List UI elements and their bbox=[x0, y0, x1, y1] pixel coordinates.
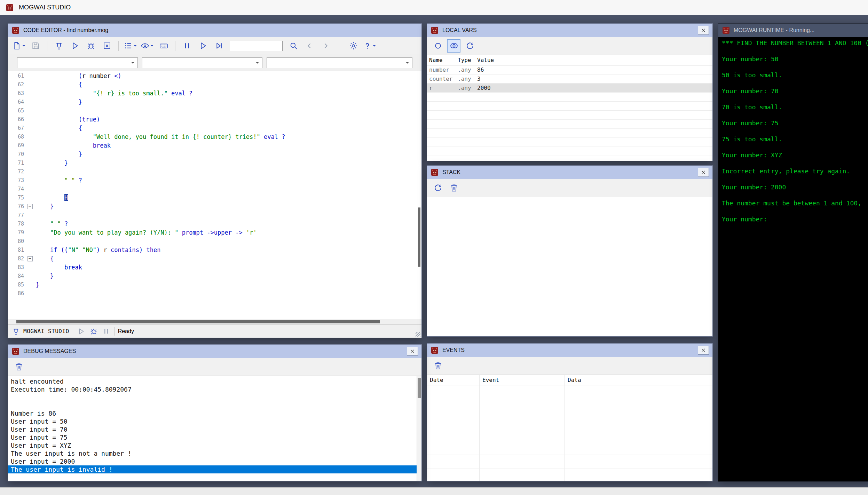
table-row[interactable] bbox=[427, 455, 712, 469]
debug-body[interactable]: halt encountedExecution time: 00:00:45.8… bbox=[8, 376, 421, 481]
code-line[interactable]: 76− } bbox=[8, 202, 421, 211]
code-line[interactable]: 70 } bbox=[8, 150, 421, 159]
table-row[interactable] bbox=[427, 156, 712, 161]
search-input[interactable] bbox=[230, 41, 283, 51]
code-line[interactable]: 65 bbox=[8, 107, 421, 115]
debug-message-line[interactable]: User input = 50 bbox=[11, 417, 421, 425]
code-line[interactable]: 77 bbox=[8, 211, 421, 220]
debug-titlebar[interactable]: DEBUG MESSAGES bbox=[8, 345, 421, 358]
table-row[interactable] bbox=[427, 385, 712, 399]
run-button[interactable] bbox=[77, 327, 86, 336]
code-line[interactable]: 69 break bbox=[8, 141, 421, 150]
combo-scope-1[interactable] bbox=[17, 57, 138, 68]
table-row[interactable] bbox=[427, 120, 712, 129]
local-vars-titlebar[interactable]: LOCAL VARS bbox=[427, 24, 712, 37]
code-line[interactable]: 64 } bbox=[8, 98, 421, 107]
code-line[interactable]: 82− { bbox=[8, 254, 421, 263]
column-header-data[interactable]: Data bbox=[565, 375, 712, 385]
code-line[interactable]: 66 (true) bbox=[8, 115, 421, 124]
debug-scrollbar[interactable] bbox=[417, 376, 421, 481]
close-button[interactable] bbox=[407, 347, 418, 356]
debug-bug-button[interactable] bbox=[84, 39, 97, 53]
watch-eye-button[interactable] bbox=[140, 39, 154, 53]
table-row[interactable] bbox=[427, 427, 712, 441]
code-line[interactable]: 85} bbox=[8, 281, 421, 289]
stop-button[interactable] bbox=[100, 39, 113, 53]
refresh-button[interactable] bbox=[431, 181, 444, 195]
combo-scope-2[interactable] bbox=[142, 57, 263, 68]
trash-button[interactable] bbox=[12, 360, 25, 374]
debug-message-line[interactable]: User input = XYZ bbox=[11, 441, 421, 449]
code-line[interactable]: 71 } bbox=[8, 159, 421, 167]
run-button[interactable] bbox=[68, 39, 81, 53]
debug-message-line[interactable]: Number is 86 bbox=[11, 409, 421, 417]
pause-button[interactable] bbox=[180, 39, 194, 53]
code-area[interactable]: 61 (r number <)62 {63 "{! r} is too smal… bbox=[8, 71, 421, 319]
pause-button[interactable] bbox=[102, 327, 111, 336]
list-button[interactable] bbox=[124, 39, 137, 53]
debug-message-line[interactable] bbox=[11, 393, 421, 401]
code-line[interactable]: 74 bbox=[8, 185, 421, 194]
table-row[interactable]: number.any86 bbox=[427, 65, 712, 74]
column-header-type[interactable]: Type bbox=[456, 55, 475, 65]
code-line[interactable]: 62 { bbox=[8, 80, 421, 89]
save-button[interactable] bbox=[29, 39, 42, 53]
refresh-button[interactable] bbox=[463, 39, 476, 53]
circles-button[interactable] bbox=[447, 39, 460, 53]
trash-button[interactable] bbox=[431, 359, 444, 372]
runtime-terminal[interactable]: *** FIND THE NUMBER BETWEEN 1 AND 100 ( … bbox=[718, 37, 868, 481]
table-row[interactable]: counter.any3 bbox=[427, 74, 712, 84]
code-line[interactable]: 72 bbox=[8, 167, 421, 176]
help-button[interactable] bbox=[363, 39, 377, 53]
code-line[interactable]: 75 H bbox=[8, 194, 421, 202]
clamp-button[interactable] bbox=[52, 39, 65, 53]
code-line[interactable]: 73 " " ? bbox=[8, 176, 421, 185]
settings-gear-button[interactable] bbox=[347, 39, 360, 53]
debug-message-line[interactable]: Execution time: 00:00:45.8092067 bbox=[11, 385, 421, 393]
code-line[interactable]: 79 "Do you want to play again? (Y/N): " … bbox=[8, 228, 421, 237]
search-button[interactable] bbox=[287, 39, 300, 53]
code-line[interactable]: 86 bbox=[8, 289, 421, 298]
code-horizontal-scrollbar-thumb[interactable] bbox=[16, 320, 380, 323]
code-line[interactable]: 63 "{! r} is too small." eval ? bbox=[8, 89, 421, 98]
stack-titlebar[interactable]: STACK bbox=[427, 166, 712, 179]
fold-toggle-icon[interactable]: − bbox=[27, 204, 33, 209]
code-line[interactable]: 80 bbox=[8, 237, 421, 246]
code-line[interactable]: 61 (r number <) bbox=[8, 72, 421, 80]
column-header-name[interactable]: Name bbox=[427, 55, 456, 65]
debug-message-line[interactable]: User input = 70 bbox=[11, 425, 421, 433]
code-line[interactable]: 81 if (("N" "NO") r contains) then bbox=[8, 246, 421, 254]
fold-toggle-icon[interactable]: − bbox=[27, 256, 33, 261]
code-line[interactable]: 78 " " ? bbox=[8, 220, 421, 228]
column-header-value[interactable]: Value bbox=[475, 55, 712, 65]
close-button[interactable] bbox=[698, 26, 709, 35]
circle-button[interactable] bbox=[431, 39, 444, 53]
table-row[interactable] bbox=[427, 102, 712, 111]
combo-scope-3[interactable] bbox=[267, 57, 412, 68]
chevron-left-button[interactable] bbox=[303, 39, 316, 53]
runtime-titlebar[interactable]: MOGWAI RUNTIME - Running... bbox=[718, 24, 868, 37]
step-button[interactable] bbox=[212, 39, 226, 53]
close-button[interactable] bbox=[698, 346, 709, 355]
events-titlebar[interactable]: EVENTS bbox=[427, 344, 712, 357]
run-button[interactable] bbox=[196, 39, 210, 53]
debug-message-line[interactable]: User input = 2000 bbox=[11, 457, 421, 465]
debug-message-line[interactable] bbox=[11, 401, 421, 409]
code-horizontal-scrollbar[interactable] bbox=[8, 319, 421, 324]
code-line[interactable]: 67 { bbox=[8, 124, 421, 133]
chevron-right-button[interactable] bbox=[319, 39, 332, 53]
debug-message-line[interactable]: halt encounted bbox=[11, 377, 421, 385]
resize-grip[interactable] bbox=[416, 332, 420, 337]
code-vertical-scrollbar-thumb[interactable] bbox=[418, 207, 420, 267]
debug-message-line[interactable]: The user input is not a number ! bbox=[11, 449, 421, 457]
debug-message-line-selected[interactable]: The user input is invalid ! bbox=[8, 465, 417, 473]
debug-bug-button[interactable] bbox=[89, 327, 98, 336]
table-row[interactable] bbox=[427, 129, 712, 138]
table-row[interactable] bbox=[427, 441, 712, 455]
debug-scrollbar-thumb[interactable] bbox=[418, 378, 421, 398]
trash-button[interactable] bbox=[447, 181, 460, 195]
table-row[interactable] bbox=[427, 413, 712, 427]
column-header-date[interactable]: Date bbox=[427, 375, 480, 385]
os-taskbar[interactable] bbox=[0, 487, 868, 495]
code-line[interactable]: 68 "Well done, you found it in {! counte… bbox=[8, 133, 421, 141]
